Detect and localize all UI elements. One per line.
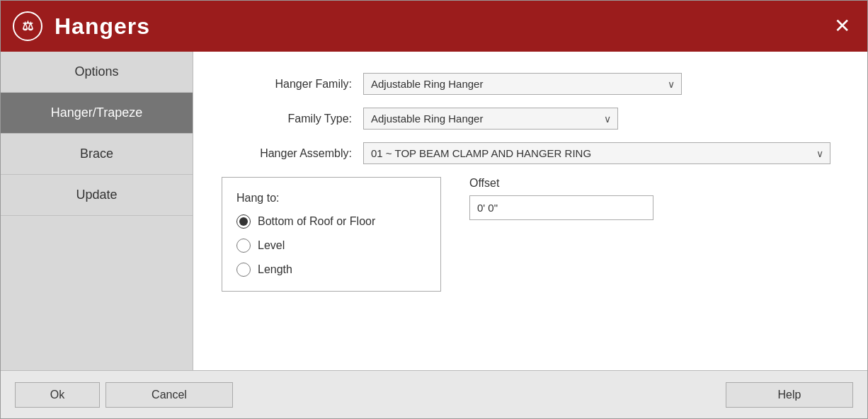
radio-length[interactable]: Length: [236, 263, 419, 277]
sidebar-spacer: [1, 216, 193, 370]
family-type-label: Family Type:: [222, 113, 363, 125]
footer: Ok Cancel Help: [1, 370, 867, 418]
radio-level-input[interactable]: [236, 239, 251, 253]
cancel-button[interactable]: Cancel: [105, 382, 233, 408]
app-logo: ⚖: [12, 11, 43, 42]
family-type-row: Family Type: Adjustable Ring Hanger: [222, 108, 839, 130]
help-button[interactable]: Help: [726, 382, 853, 408]
dialog-hangers: ⚖ Hangers ✕ Options Hanger/Trapeze Brace…: [0, 0, 868, 419]
assembly-row: Hanger Assembly: 01 ~ TOP BEAM CLAMP AND…: [222, 142, 839, 164]
main-content: Hanger Family: Adjustable Ring Hanger Fa…: [193, 52, 867, 370]
hanger-family-select-wrapper: Adjustable Ring Hanger: [363, 73, 682, 95]
offset-input[interactable]: [469, 195, 653, 220]
radio-bottom-roof[interactable]: Bottom of Roof or Floor: [236, 214, 419, 229]
offset-section: Offset: [469, 177, 653, 220]
dialog-title: Hangers: [55, 13, 828, 40]
family-type-select[interactable]: Adjustable Ring Hanger: [363, 108, 618, 130]
sidebar-item-brace[interactable]: Brace: [1, 134, 193, 175]
hanger-family-row: Hanger Family: Adjustable Ring Hanger: [222, 73, 839, 95]
assembly-select[interactable]: 01 ~ TOP BEAM CLAMP AND HANGER RING: [363, 142, 830, 164]
radio-level[interactable]: Level: [236, 239, 419, 253]
hang-to-section: Hang to: Bottom of Roof or Floor Level: [222, 177, 839, 292]
hang-to-box: Hang to: Bottom of Roof or Floor Level: [222, 177, 441, 292]
hanger-family-label: Hanger Family:: [222, 78, 363, 91]
radio-bottom-roof-input[interactable]: [236, 214, 251, 229]
dialog-body: Options Hanger/Trapeze Brace Update Hang…: [1, 52, 867, 370]
hang-to-title: Hang to:: [236, 192, 419, 205]
assembly-select-wrapper: 01 ~ TOP BEAM CLAMP AND HANGER RING: [363, 142, 830, 164]
offset-label: Offset: [469, 177, 653, 190]
sidebar: Options Hanger/Trapeze Brace Update: [1, 52, 193, 370]
radio-group-hang-to: Bottom of Roof or Floor Level Length: [236, 214, 419, 277]
ok-button[interactable]: Ok: [15, 382, 100, 408]
sidebar-item-hanger-trapeze[interactable]: Hanger/Trapeze: [1, 93, 193, 134]
radio-length-input[interactable]: [236, 263, 251, 277]
sidebar-item-options[interactable]: Options: [1, 52, 193, 93]
assembly-label: Hanger Assembly:: [222, 147, 363, 160]
svg-text:⚖: ⚖: [22, 19, 33, 33]
sidebar-item-update[interactable]: Update: [1, 175, 193, 216]
family-type-select-wrapper: Adjustable Ring Hanger: [363, 108, 618, 130]
close-button[interactable]: ✕: [828, 13, 856, 39]
titlebar: ⚖ Hangers ✕: [1, 1, 867, 52]
hanger-family-select[interactable]: Adjustable Ring Hanger: [363, 73, 682, 95]
